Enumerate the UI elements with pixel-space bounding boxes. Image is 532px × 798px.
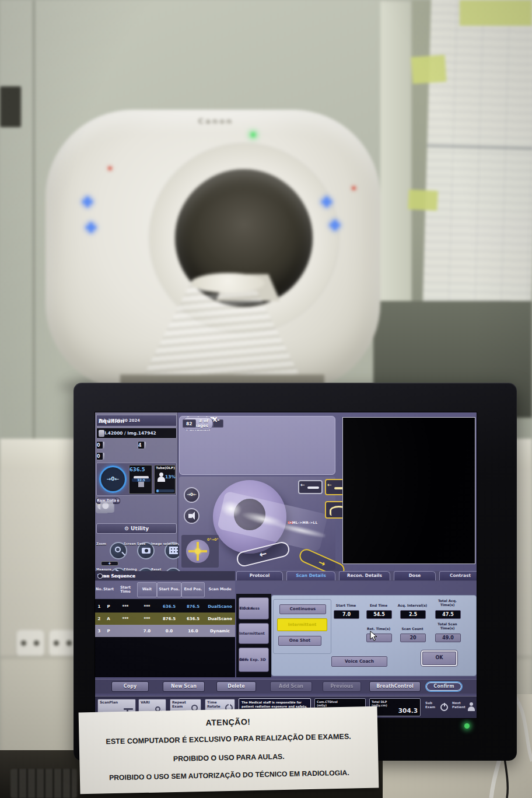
tab-recon-details[interactable]: Recon. Details — [339, 571, 390, 580]
copy-button[interactable]: Copy — [111, 681, 149, 692]
tab-dose[interactable]: Dose — [394, 571, 436, 580]
keyboard[interactable] — [10, 769, 77, 798]
end-pos-column-button[interactable]: End Pos. — [181, 582, 205, 597]
ct-control-room-photo: Canon Aquilion Feb 29 09:30 2024 — [0, 0, 532, 798]
couch-tube-panel: →0← 636.5 32.5 Tube(OLP) 13% — [96, 463, 177, 496]
couch-out-button[interactable] — [298, 480, 323, 494]
sign-line-3: PROIBIDO O USO PARA AULAS. — [79, 751, 378, 765]
intermittent-button-active[interactable]: Intermittent — [277, 618, 327, 631]
film-icon — [99, 430, 104, 437]
volume-image-display: Vol.42000 / Img.147942 — [96, 428, 177, 439]
breath-control-button[interactable]: BreathControl — [369, 681, 421, 692]
tab-contrast[interactable]: Contrast — [439, 571, 477, 580]
delete-button[interactable]: Delete — [216, 681, 256, 692]
dlp-value: 304.3 — [398, 707, 418, 714]
couch-position-value: 636.5 — [130, 467, 145, 473]
ct-console-screen: Aquilion Feb 29 09:30 2024 Vol.42000 / I… — [94, 412, 477, 719]
start-time-value: 7.0 — [334, 610, 359, 619]
laser-alignment-light — [330, 220, 340, 230]
next-patient-button[interactable]: Next Patient — [452, 701, 466, 709]
counter-field-1: → 0 — [96, 440, 135, 450]
gantry-tilt-control[interactable]: 0°→0° — [181, 535, 219, 568]
couch-zero-button-2[interactable]: →0← — [184, 487, 200, 503]
counter-field-2: → 4 — [138, 440, 177, 450]
voice-coach-button[interactable]: Voice Coach — [331, 656, 387, 667]
datetime: Feb 29 09:30 2024 — [99, 418, 140, 423]
radio-unselected-icon — [97, 573, 103, 579]
sign-title: ATENÇÃO! — [79, 715, 377, 730]
rot-time-label: Rot. Time(s) — [364, 627, 393, 631]
sequence-table-header: No. Start StartTime Wait Start Pos. End … — [95, 581, 235, 598]
counter-field-3: → 0 — [96, 452, 177, 461]
end-time-value: 54.5 — [366, 610, 392, 619]
tube-load-bar — [156, 489, 174, 492]
previous-button[interactable]: Previous — [323, 681, 361, 692]
tube-percent: 13% — [165, 474, 176, 480]
new-scan-button[interactable]: New Scan — [163, 681, 205, 692]
gantry-control-panel: →0← SU->ML->MR->LL 0°→0° ← → — [179, 477, 335, 570]
total-scan-time-value: 49.0 — [435, 634, 461, 642]
speaker-button[interactable] — [184, 508, 200, 524]
tape-strip — [411, 55, 446, 84]
magnifier-icon — [115, 547, 121, 552]
scan-details-panel: Thickness4.0 x 4 Intermittent Sure Exp. … — [236, 581, 477, 677]
sure-exposure-button[interactable]: Sure Exp. 3DOFF — [239, 648, 269, 672]
ok-button[interactable]: OK — [422, 652, 456, 665]
gantry-status-led — [251, 132, 256, 137]
tape-strip — [408, 190, 438, 211]
total-scan-time-label: Total ScanTime(s) — [432, 622, 463, 630]
action-bar: Copy New Scan Delete Add Scan Previous B… — [95, 679, 477, 694]
couch-zero-button[interactable]: →0← — [99, 466, 127, 493]
total-acq-time-value: 47.5 — [435, 610, 461, 619]
scan-sequence-panel: Scan Sequence Time Sequence No. Start St… — [95, 571, 235, 677]
num-images-field: 82 — [183, 419, 196, 428]
couch-icon — [134, 476, 149, 488]
sequence-table-body: 1 P *** *** 636.5 876.5 DualScano 2 A **… — [95, 599, 235, 677]
monitor-power-led — [464, 723, 470, 729]
add-scan-button[interactable]: Add Scan — [270, 681, 312, 692]
grid-icon — [169, 547, 178, 554]
intermittent-side-button[interactable]: Intermittent — [239, 623, 269, 644]
console-header: Aquilion Feb 29 09:30 2024 — [96, 415, 177, 426]
tilt-angle-readout: 0°→0° — [207, 537, 218, 541]
utility-button[interactable]: ⚙ Utility — [96, 523, 177, 534]
detail-tabs: Protocol Scan Details Recon. Details Dos… — [236, 571, 477, 581]
sequence-row-3[interactable]: 3 P 7.0 0.0 16.0 Dynamic — [95, 625, 235, 637]
time-sequence-radio[interactable]: Time Sequence — [97, 573, 135, 579]
volume-image-counter: Vol.42000 / Img.147942 — [99, 430, 156, 436]
acq-interval-label: Acq. Interval(s) — [397, 604, 428, 608]
tab-scan-details[interactable]: Scan Details — [286, 571, 335, 580]
patient-info-panel: ID 999999-001 Name XXXXXX-001 Sex Age Xs… — [179, 416, 335, 475]
door-window — [0, 86, 21, 127]
raw-data-icon — [100, 501, 113, 513]
sign-line-4: PROIBIDO O USO SEM AUTORIZAÇÃO DO TÉCNIC… — [80, 768, 379, 783]
confirm-button[interactable]: Confirm — [425, 681, 463, 692]
gantry-indicator-light — [352, 187, 355, 190]
laser-alignment-light — [322, 197, 331, 206]
wait-column-button[interactable]: Wait — [137, 582, 157, 597]
thickness-button[interactable]: Thickness4.0 x 4 — [239, 597, 269, 620]
end-time-label: End Time — [365, 604, 392, 608]
image-viewport[interactable] — [342, 417, 475, 564]
sequence-row-1[interactable]: 1 P *** *** 636.5 876.5 DualScano — [95, 600, 235, 612]
start-pos-column-button[interactable]: Start Pos. — [157, 582, 181, 597]
gantry-brand-logo: Canon — [175, 117, 257, 128]
tab-protocol[interactable]: Protocol — [236, 571, 283, 580]
gantry-indicator-light — [108, 167, 111, 170]
continuous-button[interactable]: Continuous — [279, 604, 326, 614]
couch-position-display: 636.5 32.5 — [129, 465, 152, 494]
laser-alignment-light — [86, 223, 96, 232]
tilt-cross-icon — [195, 548, 201, 554]
tube-person-icon — [158, 473, 164, 482]
zoom-in-out-buttons[interactable]: -+ — [101, 561, 118, 566]
sub-exam-button[interactable]: Sub Exam — [425, 701, 435, 709]
laser-alignment-light — [83, 197, 92, 206]
camera-icon — [142, 548, 150, 554]
next-patient-icon — [467, 702, 475, 711]
scan-details-form: Continuous Intermittent One Shot Start T… — [271, 595, 477, 676]
tube-label: Tube(OLP) — [155, 466, 176, 470]
one-shot-button[interactable]: One Shot — [278, 636, 321, 646]
couch-height-value: 32.5 — [132, 478, 150, 482]
sequence-row-2-selected[interactable]: 2 A *** *** 876.5 636.5 DualScano — [95, 612, 235, 625]
raw-data-button[interactable]: Raw Data — [96, 498, 117, 504]
